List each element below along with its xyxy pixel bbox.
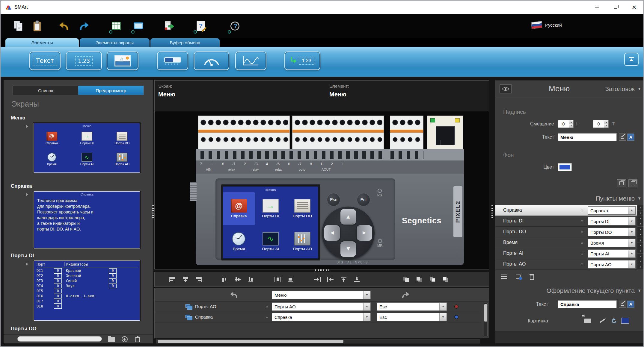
event-key-dropdown[interactable]: Esc bbox=[377, 302, 447, 311]
jump-forward-icon[interactable] bbox=[400, 290, 411, 300]
chevron-down-icon[interactable] bbox=[628, 260, 635, 268]
delete-item-button[interactable] bbox=[526, 272, 538, 281]
scrollbar-thumb[interactable] bbox=[484, 304, 487, 322]
copy-style-button[interactable] bbox=[617, 179, 626, 187]
tab-element-screens[interactable]: Элементы-экраны bbox=[80, 38, 150, 47]
view-preview-button[interactable]: Предпросмотр bbox=[78, 86, 144, 95]
spinner-down-icon[interactable]: ▼ bbox=[569, 124, 573, 128]
delete-screen-button[interactable] bbox=[135, 336, 140, 343]
minimize-button[interactable] bbox=[588, 1, 606, 14]
collapse-palette-button[interactable] bbox=[624, 53, 639, 66]
spinner-up-icon[interactable]: ▲ bbox=[637, 237, 644, 243]
image-element-button[interactable] bbox=[107, 51, 138, 70]
move-right-button[interactable] bbox=[312, 275, 323, 284]
help-button[interactable] bbox=[227, 18, 243, 34]
menu-tile-ai[interactable]: Порты AI bbox=[255, 225, 286, 258]
event-row[interactable]: Справка » Справка Esc bbox=[155, 312, 482, 322]
chevron-down-icon[interactable] bbox=[637, 86, 641, 91]
spinner-up-icon[interactable]: ▲ bbox=[637, 227, 644, 232]
menu-items-section-header[interactable]: Пункты меню bbox=[595, 195, 635, 202]
screens-scrollbar[interactable] bbox=[17, 336, 102, 342]
paste-button[interactable] bbox=[29, 18, 45, 34]
event-row[interactable]: Порты AO » Порты AO Esc bbox=[155, 301, 482, 312]
number-io-element-button[interactable]: 1.23 bbox=[284, 51, 320, 70]
event-target-dropdown[interactable]: Порты AO bbox=[272, 302, 371, 311]
menu-item-row[interactable]: Время » Время ▲▼ bbox=[495, 237, 644, 248]
menu-item-row[interactable]: Порты DO » Порты DO ▲▼ bbox=[495, 227, 644, 237]
canvas-splitter[interactable] bbox=[315, 269, 329, 271]
reload-image-button[interactable] bbox=[608, 316, 620, 325]
menu-tile-help[interactable]: Справка bbox=[34, 128, 69, 149]
item-target-dropdown[interactable]: Порты AO bbox=[588, 260, 636, 269]
menu-tile-help[interactable]: Справка bbox=[223, 192, 255, 225]
tab-clipboard[interactable]: Буфер обмена bbox=[150, 38, 220, 47]
screen-item-di-name[interactable]: Порты DI bbox=[11, 253, 34, 259]
chevron-down-icon[interactable] bbox=[628, 207, 635, 214]
spinner-down-icon[interactable]: ▼ bbox=[604, 124, 608, 128]
menu-tile-do[interactable]: Порты DO bbox=[105, 128, 140, 149]
menu-item-row[interactable]: Порты DI » Порты DI ▲▼ bbox=[495, 216, 644, 227]
close-button[interactable] bbox=[625, 1, 643, 14]
screen-preview-menu[interactable]: Меню Справка Порты DI Порты DO Время Пор… bbox=[34, 123, 140, 173]
menu-item-row[interactable]: Порты AO » Порты AO ▲▼ bbox=[495, 259, 644, 270]
progressbar-element-button[interactable] bbox=[157, 51, 188, 70]
current-item-section-header[interactable]: Оформление текущего пункта bbox=[546, 287, 635, 294]
screen-settings-button[interactable] bbox=[131, 18, 146, 34]
trend-element-button[interactable] bbox=[235, 51, 266, 70]
send-back-button[interactable] bbox=[414, 275, 425, 284]
chevron-down-icon[interactable] bbox=[363, 303, 370, 310]
jump-back-icon[interactable] bbox=[229, 290, 239, 300]
right-splitter[interactable] bbox=[491, 205, 493, 219]
device-screen[interactable]: Меню Справка Порты DI Порты DO Время Пор… bbox=[223, 187, 318, 258]
bring-forward-button[interactable] bbox=[427, 275, 438, 284]
grid-settings-button[interactable] bbox=[108, 18, 124, 34]
menu-tile-ao[interactable]: Порты AO bbox=[286, 225, 318, 258]
menu-item-row[interactable]: Справка » Справка ▲▼ bbox=[495, 205, 644, 216]
copy-button[interactable] bbox=[11, 18, 26, 34]
move-left-button[interactable] bbox=[325, 275, 336, 284]
menu-item-row[interactable]: Порты AI » Порты AI ▲▼ bbox=[495, 248, 644, 259]
spinner-down-icon[interactable]: ▼ bbox=[637, 254, 644, 259]
events-scrollbar[interactable] bbox=[484, 303, 488, 336]
item-target-dropdown[interactable]: Порты DO bbox=[588, 228, 636, 236]
title-text-field[interactable]: Меню bbox=[558, 133, 617, 141]
screen-preview-di[interactable]: Порт Индикаторы DI10Красный0 DI20Зеленый… bbox=[34, 260, 140, 321]
chevron-down-icon[interactable] bbox=[628, 239, 635, 247]
paste-style-button[interactable] bbox=[628, 179, 637, 187]
device-canvas[interactable]: 7 ⊥ 8 /1 2 /3 4 /5 6 /7 8 1 2 ⊥ AIN rela… bbox=[154, 111, 489, 269]
chevron-down-icon[interactable] bbox=[628, 228, 635, 236]
align-top-button[interactable] bbox=[219, 275, 231, 284]
number-element-button[interactable]: 1.23 bbox=[66, 51, 102, 70]
menu-tile-time[interactable]: Время bbox=[34, 149, 69, 170]
menu-tile-do[interactable]: Порты DO bbox=[286, 192, 318, 225]
screen-select-dropdown[interactable]: Меню bbox=[272, 291, 371, 299]
scrollbar-thumb[interactable] bbox=[158, 340, 343, 343]
background-color-swatch[interactable] bbox=[558, 163, 572, 171]
align-left-button[interactable] bbox=[167, 275, 178, 284]
item-text-format-button[interactable] bbox=[619, 301, 626, 308]
canvas-h-scrollbar[interactable] bbox=[156, 340, 480, 343]
spinner-down-icon[interactable]: ▼ bbox=[637, 243, 644, 248]
text-element-button[interactable]: Текст bbox=[29, 51, 61, 70]
item-target-dropdown[interactable]: Порты DI bbox=[588, 217, 636, 225]
chevron-down-icon[interactable] bbox=[363, 291, 370, 299]
align-right-button[interactable] bbox=[193, 275, 204, 284]
screen-item-menu-name[interactable]: Меню bbox=[11, 115, 25, 121]
expand-icon[interactable] bbox=[26, 262, 28, 266]
spinner-up-icon[interactable]: ▲ bbox=[637, 248, 644, 254]
spinner-up-icon[interactable]: ▲ bbox=[637, 216, 644, 221]
visibility-button[interactable] bbox=[500, 84, 512, 93]
chevron-down-icon[interactable] bbox=[363, 313, 370, 321]
spinner-down-icon[interactable]: ▼ bbox=[637, 221, 644, 227]
image-color-swatch[interactable] bbox=[621, 318, 629, 324]
spinner-up-icon[interactable]: ▲ bbox=[637, 205, 644, 210]
chevron-down-icon[interactable] bbox=[637, 196, 641, 201]
view-list-button[interactable]: Список bbox=[13, 86, 78, 95]
menu-tile-di[interactable]: Порты DI bbox=[255, 192, 286, 225]
menu-tile-time[interactable]: Время bbox=[223, 225, 255, 258]
manage-items-button[interactable] bbox=[498, 272, 510, 281]
spinner-down-icon[interactable]: ▼ bbox=[637, 264, 644, 270]
gauge-element-button[interactable] bbox=[194, 51, 229, 70]
distribute-h-button[interactable] bbox=[272, 275, 283, 284]
align-middle-button[interactable] bbox=[233, 275, 244, 284]
